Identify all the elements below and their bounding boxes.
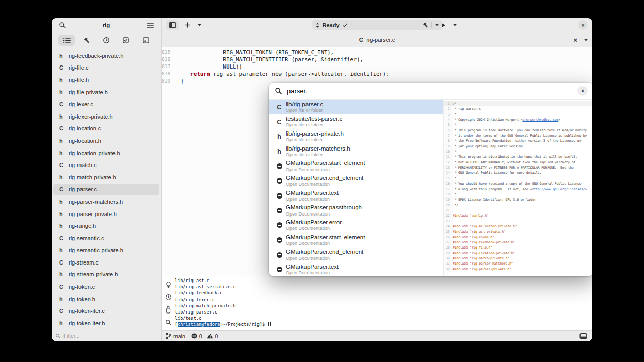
file-row[interactable]: hrig-token-iter.h	[53, 317, 159, 330]
window-close-button[interactable]: ×	[578, 20, 588, 30]
branch-indicator[interactable]: main	[165, 333, 185, 339]
file-row[interactable]: hrig-lexer-private.h	[53, 110, 159, 123]
diagnostics[interactable]: 0 0	[191, 333, 218, 339]
sidebar-tab-history[interactable]	[98, 35, 115, 46]
search-result-row[interactable]: GMarkupParser.textOpen Documentation	[269, 262, 443, 276]
file-row[interactable]: hrig-parser-matchers.h	[53, 195, 159, 208]
search-result-row[interactable]: GMarkupParser.end_elementOpen Documentat…	[269, 173, 443, 188]
file-row[interactable]: Crig-token-iter.c	[53, 305, 159, 317]
filter-bar[interactable]: Filter...	[52, 330, 161, 341]
code-text: *	[453, 112, 456, 117]
run-dropdown[interactable]	[451, 20, 458, 30]
tab-rig-parser[interactable]: C rig-parser.c	[359, 37, 395, 43]
new-tab-button[interactable]	[182, 20, 193, 30]
search-result-row[interactable]: GMarkupParser.start_elementOpen Document…	[269, 233, 443, 248]
file-row[interactable]: hrig-location-private.h	[53, 147, 159, 159]
sidebar-tab-project-tree[interactable]	[58, 35, 75, 46]
tab-list-dropdown[interactable]	[584, 38, 588, 42]
sidebar-tab-chat[interactable]	[138, 35, 154, 46]
terminal-line: lib/rig-match-private.h	[175, 303, 592, 309]
omnibar[interactable]: Ready	[312, 20, 442, 30]
search-result-row[interactable]: Ctestsuite/test-parser.cOpen file or fol…	[269, 114, 443, 129]
file-row[interactable]: Crig-location.c	[53, 123, 159, 135]
result-title: GMarkupParser.text	[286, 264, 339, 270]
result-subtitle: Open file or folder	[286, 108, 323, 113]
file-row[interactable]: hrig-parser-private.h	[53, 208, 159, 220]
result-subtitle: Open Documentation	[286, 211, 362, 217]
file-row[interactable]: hrig-file-private.h	[53, 86, 159, 98]
file-name: rig-lexer.c	[69, 101, 93, 107]
file-name: rig-file.c	[69, 64, 89, 71]
preview-line: 29#include "rig-location-private.h"	[444, 251, 592, 256]
file-row[interactable]: Crig-semantic.c	[53, 232, 159, 244]
toggle-sidebar-button[interactable]	[166, 20, 179, 30]
file-row[interactable]: Crig-match.c	[53, 159, 159, 171]
code-text: * along with this program. If not, see <…	[453, 187, 589, 192]
search-result-row[interactable]: GMarkupParser.errorOpen Documentation	[269, 218, 443, 233]
file-row[interactable]: Crig-file.c	[53, 62, 159, 74]
code-text: *	[453, 149, 456, 154]
chat-icon	[142, 37, 150, 44]
file-name: rig-stream-private.h	[69, 271, 118, 277]
code-text: #include "rig-enums.h"	[453, 235, 494, 240]
line-number: 9	[444, 144, 453, 149]
search-icon	[59, 22, 66, 29]
checkbox-icon	[122, 37, 130, 44]
search-result-row[interactable]: GMarkupParser.passthroughOpen Documentat…	[269, 203, 443, 218]
file-row[interactable]: hrig-match-private.h	[53, 171, 159, 184]
line-number: 819	[162, 77, 174, 85]
search-query-input[interactable]: parser.	[287, 87, 573, 95]
sidebar: rig	[52, 18, 162, 341]
code-text: * rig-parser.c	[453, 106, 481, 111]
file-row[interactable]: hrig-feedback-private.h	[53, 50, 159, 62]
toggle-bottom-panel-button[interactable]	[577, 331, 589, 341]
terminal[interactable]: lib/rig-ast.clib/rig-ast-serialize.clib/…	[175, 276, 592, 330]
preview-line: 28#include "rig-file.h"	[444, 245, 592, 250]
build-button[interactable]	[422, 22, 429, 29]
chevron-down-icon	[453, 23, 457, 27]
new-tab-dropdown[interactable]	[196, 20, 202, 30]
sidebar-tab-build[interactable]	[78, 35, 95, 46]
code-text: #include "rig-match-private.h"	[453, 256, 509, 261]
tab-close-button[interactable]: ×	[573, 36, 577, 44]
line-number: 15	[444, 176, 453, 181]
menu-button[interactable]	[144, 20, 156, 30]
result-title: GMarkupParser.start_element	[286, 234, 365, 241]
line-number: 30	[444, 256, 453, 261]
lightbulb-icon[interactable]	[165, 281, 172, 288]
search-result-row[interactable]: GMarkupParser.textOpen Documentation	[269, 188, 443, 203]
result-title: testsuite/test-parser.c	[286, 116, 342, 122]
documentation-icon	[277, 193, 282, 199]
preview-line: 13 * MERCHANTABILITY or FITNESS FOR A PA…	[444, 165, 592, 170]
documentation-icon	[277, 208, 282, 213]
file-row[interactable]: hrig-range.h	[53, 220, 159, 232]
file-row[interactable]: hrig-semantic-private.h	[53, 244, 159, 257]
file-row[interactable]: hrig-stream-private.h	[53, 269, 159, 281]
search-result-row[interactable]: Clib/rig-parser.cOpen file or folder	[269, 100, 443, 114]
sidebar-tab-todo[interactable]	[118, 35, 134, 46]
file-row[interactable]: hrig-file.h	[53, 74, 159, 86]
build-dropdown[interactable]	[434, 23, 439, 27]
preview-line: 17 * along with this program. If not, se…	[444, 187, 592, 192]
code-text: #include "rig-file.h"	[453, 245, 492, 250]
preview-line: 12 * but WITHOUT ANY WARRANTY; without e…	[444, 160, 592, 165]
flask-icon[interactable]	[166, 306, 171, 314]
search-result-row[interactable]: hlib/rig-parser-matchers.hOpen file or f…	[269, 144, 443, 159]
file-row[interactable]: Crig-lexer.c	[53, 98, 159, 110]
search-result-row[interactable]: GMarkupParser.end_elementOpen Documentat…	[269, 248, 443, 262]
search-close-button[interactable]: ×	[577, 86, 588, 96]
file-row[interactable]: Crig-parser.c	[53, 184, 159, 196]
search-result-row[interactable]: GMarkupParser.start_elementOpen Document…	[269, 159, 443, 174]
file-name: rig-match.c	[69, 162, 96, 168]
search-icon[interactable]	[165, 319, 172, 326]
file-row[interactable]: Crig-stream.c	[53, 256, 159, 269]
search-result-row[interactable]: hlib/rig-parser-private.hOpen file or fo…	[269, 129, 443, 144]
file-name: rig-semantic.c	[69, 235, 104, 241]
warning-count-icon	[207, 333, 213, 339]
h-file-icon: h	[59, 247, 69, 253]
history-icon[interactable]	[165, 294, 172, 301]
file-row[interactable]: Crig-token.c	[53, 281, 159, 293]
search-button[interactable]	[57, 20, 68, 30]
file-row[interactable]: hrig-token.h	[53, 293, 159, 305]
file-row[interactable]: hrig-location.h	[53, 135, 159, 147]
